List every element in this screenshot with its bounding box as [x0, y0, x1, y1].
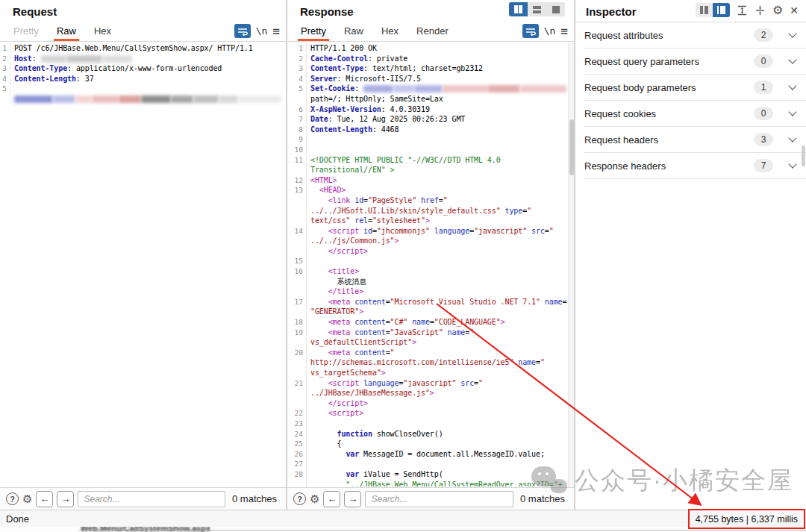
code-row: <link id="PageStyle" href=" — [287, 195, 574, 206]
section-label: Request headers — [584, 134, 754, 145]
panel-menu-icon[interactable]: ≡ — [272, 24, 280, 38]
tab-hex[interactable]: Hex — [85, 22, 120, 41]
collapse-all-icon[interactable] — [755, 5, 766, 16]
code-row: 17 <meta content="Microsoft Visual Studi… — [287, 297, 574, 307]
code-row: 12<HTML> — [287, 175, 574, 186]
search-help-icon[interactable]: ? — [293, 492, 306, 505]
search-help-icon[interactable]: ? — [6, 492, 19, 505]
code-row: 4Content-Length: 37 — [0, 74, 286, 84]
code-row: 7Date: Tue, 12 Aug 2025 00:26:23 GMT — [287, 114, 574, 125]
section-label: Request body parameters — [584, 82, 754, 93]
count-badge: 7 — [754, 159, 773, 172]
code-row: ../../JHSoft.UI.Lib/skin/style_default.c… — [287, 206, 574, 216]
code-row: "../JHBase.Web.Menu/CallSystemReadOver.a… — [287, 480, 574, 486]
inspector-section-request-headers[interactable]: Request headers3 — [584, 127, 806, 153]
next-match-button[interactable]: → — [57, 491, 74, 507]
bottom-clipped-row: Web.Menu/CallSystemShow.aspx — [0, 527, 806, 532]
section-label: Request attributes — [584, 30, 754, 41]
inspector-section-request-cookies[interactable]: Request cookies0 — [584, 101, 806, 127]
response-metrics: 4,755 bytes | 6,337 millis — [688, 509, 805, 529]
code-row: 6X-AspNet-Version: 4.0.30319 — [287, 104, 574, 115]
tab-pretty[interactable]: Pretty — [4, 22, 48, 41]
inspector-settings-icon[interactable]: ⚙ — [772, 3, 783, 17]
count-badge: 1 — [754, 81, 773, 94]
next-match-button[interactable]: → — [344, 491, 361, 507]
response-editor[interactable]: 1HTTP/1.1 200 OK2Cache-Control: private3… — [287, 42, 574, 486]
code-row: 28 var iValue = SendHttp( — [287, 469, 574, 480]
chevron-down-icon[interactable] — [788, 29, 796, 37]
layout-columns-icon[interactable] — [509, 2, 528, 16]
count-badge: 0 — [754, 54, 773, 68]
chevron-down-icon[interactable] — [788, 55, 796, 63]
code-row: 5Set-Cookie: — [287, 84, 574, 94]
tab-hex[interactable]: Hex — [372, 22, 407, 41]
inspector-section-response-headers[interactable]: Response headers7 — [584, 153, 806, 179]
prev-match-button[interactable]: ← — [36, 491, 53, 507]
code-row: path=/; HttpOnly; SameSite=Lax — [287, 94, 574, 104]
request-editor[interactable]: 1POST /c6/JHBase.Web.Menu/CallSystemShow… — [0, 42, 286, 486]
tab-render[interactable]: Render — [407, 22, 457, 41]
code-row: 18 <meta content="C#" name="CODE_LANGUAG… — [287, 317, 574, 328]
chevron-down-icon[interactable] — [788, 81, 796, 90]
panel-menu-icon[interactable]: ≡ — [560, 24, 568, 38]
request-tab-tools: \n ≡ — [234, 24, 280, 38]
code-row: 2Cache-Control: private — [287, 54, 574, 64]
response-tabbar: PrettyRawHexRender \n ≡ — [287, 22, 574, 42]
inspector-toolbar: ⚙ ✕ — [696, 3, 799, 17]
code-row: 11<!DOCTYPE HTML PUBLIC "-//W3C//DTD HTM… — [287, 155, 574, 166]
code-row: </script> — [287, 246, 574, 257]
request-panel: Request PrettyRawHex \n ≡ 1POST /c6/JHBa… — [0, 0, 286, 510]
inspector-section-request-query-parameters[interactable]: Request query parameters0 — [584, 48, 806, 75]
layout-switcher — [509, 2, 565, 16]
code-row: vs_targetSchema"> — [287, 368, 574, 378]
count-badge: 2 — [754, 28, 773, 42]
response-tabs: PrettyRawHexRender — [292, 22, 457, 41]
chevron-down-icon[interactable] — [788, 107, 796, 116]
code-row: 19 <meta content="JavaScript" name=" — [287, 328, 574, 338]
expand-all-icon[interactable] — [737, 5, 748, 16]
tab-raw[interactable]: Raw — [335, 22, 372, 41]
chevron-down-icon[interactable] — [788, 134, 796, 142]
code-row: text/css" rel="stylesheet"> — [287, 216, 574, 226]
section-label: Request cookies — [584, 108, 754, 119]
inspector-section-request-body-parameters[interactable]: Request body parameters1 — [584, 75, 806, 101]
code-row: 2Host: — [0, 54, 286, 64]
search-settings-icon[interactable]: ⚙ — [22, 492, 32, 505]
prev-match-button[interactable]: ← — [323, 491, 340, 507]
status-bar: Done 4,755 bytes | 6,337 millis — [0, 510, 806, 527]
search-input[interactable] — [365, 491, 513, 507]
response-search-bar: ? ⚙ ← → 0 matches — [287, 487, 574, 510]
inspector-close-icon[interactable]: ✕ — [790, 4, 799, 16]
inspector-dock-right-icon[interactable] — [713, 3, 730, 17]
response-panel-header: Response — [287, 0, 574, 22]
request-tabbar: PrettyRawHex \n ≡ — [0, 22, 286, 42]
code-row: 27 — [287, 459, 574, 469]
response-panel: Response PrettyRawHexRender \n ≡ 1HTTP/1… — [287, 0, 574, 510]
code-row — [0, 94, 286, 104]
code-row: 8Content-Length: 4468 — [287, 125, 574, 135]
response-scrollbar[interactable] — [568, 43, 574, 487]
tab-raw[interactable]: Raw — [48, 22, 85, 41]
code-row: 9 — [287, 134, 574, 145]
inspector-section-request-attributes[interactable]: Request attributes2 — [584, 22, 806, 48]
code-row: </script> — [287, 398, 574, 409]
code-row: ../../js/Common.js"> — [287, 236, 574, 246]
inspector-dock-left-icon[interactable] — [696, 3, 713, 17]
newline-toggle-icon[interactable]: \n — [544, 25, 556, 37]
code-row: 24 function showCloseOver() — [287, 429, 574, 439]
inspector-panel: Inspector ⚙ ✕ Request attributes2Request… — [575, 0, 806, 510]
layout-single-icon[interactable] — [546, 2, 565, 16]
inspector-scrollbar[interactable] — [802, 22, 806, 510]
word-wrap-icon[interactable] — [234, 24, 251, 38]
inspector-header: Inspector ⚙ ✕ — [575, 0, 806, 22]
code-row: </title> — [287, 287, 574, 297]
code-row: 14 <script id="jhcommonjs" language="jav… — [287, 226, 574, 237]
tab-pretty[interactable]: Pretty — [292, 22, 335, 41]
search-settings-icon[interactable]: ⚙ — [310, 492, 319, 505]
chevron-down-icon[interactable] — [788, 160, 796, 168]
response-tab-tools: \n ≡ — [522, 24, 568, 38]
search-input[interactable] — [78, 491, 225, 507]
layout-rows-icon[interactable] — [528, 2, 546, 16]
word-wrap-icon[interactable] — [522, 24, 539, 38]
newline-toggle-icon[interactable]: \n — [256, 25, 268, 37]
